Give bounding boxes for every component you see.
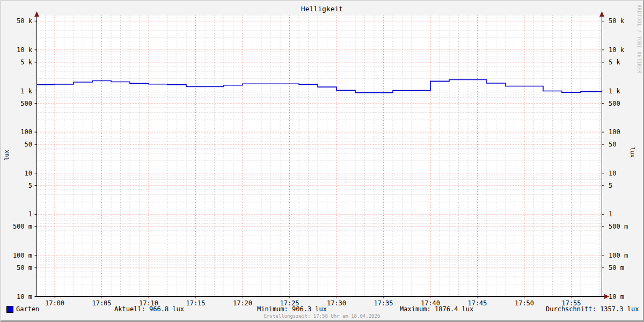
x-tick-label: 17:30 <box>327 299 346 307</box>
y-tick-label-left: 500 <box>20 100 32 107</box>
rrdtool-graph: 17:0017:0517:1017:1517:2017:2517:3017:35… <box>0 0 644 322</box>
y-tick-label-left: 100 m <box>13 252 32 259</box>
y-tick-label-left: 10 m <box>17 293 32 301</box>
y-tick-label-right: 5 <box>609 182 612 189</box>
y-tick-label-left: 500 m <box>13 223 32 230</box>
y-tick-label-right: 10 <box>609 170 616 177</box>
y-tick-label-right: 1 k <box>609 87 620 95</box>
y-tick-label-left: 10 <box>25 170 32 177</box>
y-tick-label-left: 1 k <box>20 87 32 95</box>
plot-canvas <box>37 16 602 297</box>
y-tick-label-right: 500 m <box>609 223 628 230</box>
y-tick-label-right: 10 m <box>609 293 624 301</box>
y-tick-label-right: 500 <box>609 100 620 107</box>
y-tick-label-left: 10 k <box>17 46 33 54</box>
y-tick-label-left: 50 k <box>17 17 33 25</box>
y-tick-label-right: 100 <box>609 128 620 136</box>
stat-maximum: Maximum: 1876.4 lux <box>400 305 473 313</box>
x-tick-label: 17:05 <box>92 299 111 307</box>
y-tick-label-left: 100 <box>20 128 32 136</box>
legend-series-name: Garten <box>16 305 39 313</box>
x-tick-label: 17:15 <box>186 299 205 307</box>
x-tick-label: 17:50 <box>515 299 534 307</box>
x-tick-label: 17:00 <box>45 299 64 307</box>
y-axis-label-right: lux <box>629 147 636 158</box>
y-axis-label-left: lux <box>3 150 10 160</box>
y-tick-label-right: 5 k <box>609 58 620 66</box>
y-tick-label-right: 100 m <box>609 252 628 259</box>
y-tick-label-right: 10 k <box>609 46 625 54</box>
y-tick-label-left: 50 <box>25 141 32 148</box>
y-tick-label-left: 5 k <box>20 58 32 66</box>
rrdtool-watermark: RRDTOOL / TOBI OETIKER <box>636 5 641 74</box>
y-tick-label-left: 5 <box>28 182 32 189</box>
legend-swatch <box>6 306 13 313</box>
creation-time: Erstellungszeit: 17:58 Uhr am 18.04.2026 <box>1 313 643 319</box>
y-tick-label-right: 1 <box>609 210 612 218</box>
x-tick-label: 17:35 <box>374 299 393 307</box>
x-tick-label: 17:20 <box>233 299 252 307</box>
stat-minimum: Minimum: 906.3 lux <box>257 305 327 313</box>
plot-area: 17:0017:0517:1017:1517:2017:2517:3017:35… <box>1 1 644 322</box>
y-tick-label-left: 1 <box>28 210 32 218</box>
y-tick-label-right: 50 k <box>609 17 625 25</box>
y-tick-label-left: 50 m <box>17 264 32 272</box>
chart-title: Helligkeit <box>1 5 643 13</box>
stat-aktuell: Aktuell: 966.8 lux <box>114 305 184 313</box>
y-tick-label-right: 50 m <box>609 264 624 272</box>
y-tick-label-right: 50 <box>609 141 616 148</box>
stat-durchschnitt: Durchschnitt: 1357.3 lux <box>546 305 639 313</box>
